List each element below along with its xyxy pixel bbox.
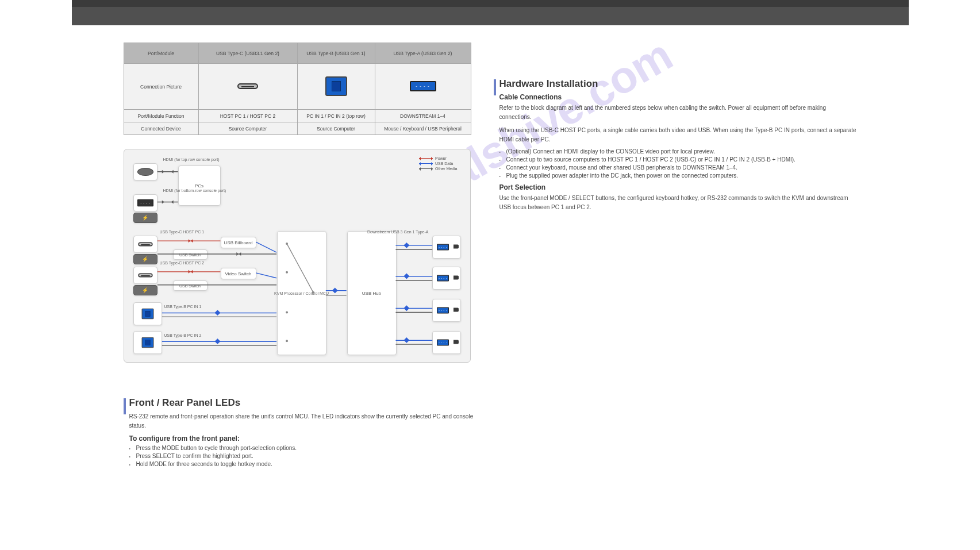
ds3 bbox=[432, 299, 461, 322]
legend: Power USB Data Other Media bbox=[419, 156, 458, 172]
cell-func-b: PC IN 1 / PC IN 2 (top row) bbox=[297, 110, 375, 122]
port-usba-blk bbox=[133, 194, 157, 211]
billboard-box: USB Billboard bbox=[221, 237, 256, 248]
svg-rect-13 bbox=[214, 339, 220, 344]
legend-data: USB Data bbox=[435, 161, 453, 166]
right-body: Refer to the block diagram at left and t… bbox=[499, 103, 857, 121]
cell-usbc-pic bbox=[198, 64, 297, 110]
ds2 bbox=[432, 267, 461, 290]
legend-power: Power bbox=[435, 156, 447, 160]
hdmi-top-label: HDMI (for top-row console port) bbox=[163, 157, 220, 161]
svg-rect-34 bbox=[403, 337, 409, 343]
port-plug3: ⚡ bbox=[133, 285, 157, 295]
cell-conn-a: Mouse / Keyboard / USB Peripheral bbox=[375, 122, 471, 135]
bullet-4: Plug the supplied power adapter into the… bbox=[506, 172, 857, 179]
right-body2: When using the USB-C HOST PC ports, a si… bbox=[499, 126, 857, 144]
ds4 bbox=[432, 331, 461, 354]
right-sub: Cable Connections bbox=[499, 93, 857, 101]
port-usbc1 bbox=[133, 236, 157, 253]
hdmi-bot-label: HDMI (for bottom-row console port) bbox=[163, 189, 226, 193]
left-body: RS-232 remote and front-panel operation … bbox=[129, 412, 478, 430]
usbb1-label: USB Type-B PC IN 1 bbox=[164, 305, 202, 309]
ds-label: Downstream USB 3 Gen 1 Type-A bbox=[367, 230, 428, 234]
step-3: Hold MODE for three seconds to toggle ho… bbox=[136, 461, 478, 467]
svg-rect-12 bbox=[214, 310, 220, 316]
th-usbb: USB Type-B (USB3 Gen 1) bbox=[297, 43, 375, 64]
usb-b-icon bbox=[141, 309, 153, 320]
right-bullets: (Optional) Connect an HDMI display to th… bbox=[499, 148, 857, 179]
svg-rect-22 bbox=[332, 287, 337, 293]
block-diagram: Power USB Data Other Media ⚡ ⚡ ⚡ bbox=[124, 149, 471, 363]
cell-func-a: DOWNSTREAM 1–4 bbox=[375, 110, 471, 122]
legend-other: Other Media bbox=[435, 167, 458, 171]
usb-c-icon bbox=[237, 83, 258, 89]
cell-conn-b: Source Computer bbox=[297, 122, 375, 135]
usb-b-icon bbox=[141, 337, 153, 348]
videosw-box: Video Switch bbox=[221, 268, 256, 279]
cell-usba-pic bbox=[375, 64, 471, 110]
port-usbb1 bbox=[133, 302, 162, 325]
port-plug1: ⚡ bbox=[133, 213, 157, 223]
usb-plug-icon bbox=[454, 244, 459, 248]
step-2: Press SELECT to confirm the highlighted … bbox=[136, 453, 478, 459]
spec-table: Port/Module USB Type-C (USB3.1 Gen 2) US… bbox=[124, 43, 471, 135]
row-picture-label: Connection Picture bbox=[124, 64, 198, 110]
bullet-3: Connect your keyboard, mouse and other s… bbox=[506, 164, 857, 171]
port-usbc2 bbox=[133, 267, 157, 284]
port-hdmi bbox=[133, 163, 157, 180]
usb-a-black-icon bbox=[137, 199, 153, 207]
svg-rect-33 bbox=[403, 305, 409, 311]
left-steps: Press the MODE button to cycle through p… bbox=[129, 445, 478, 467]
usbc2-label: USB Type-C HOST PC 2 bbox=[160, 261, 205, 265]
right-sub2: Port Selection bbox=[499, 183, 857, 191]
bullet-2: Connect up to two source computers to HO… bbox=[506, 156, 857, 163]
cell-conn-c: Source Computer bbox=[198, 122, 297, 135]
step-1: Press the MODE button to cycle through p… bbox=[136, 445, 478, 451]
hdmi-icon bbox=[137, 168, 153, 176]
usb-plug-icon bbox=[454, 340, 459, 344]
right-section: Hardware Installation Cable Connections … bbox=[494, 78, 857, 211]
svg-rect-32 bbox=[403, 274, 409, 279]
usb-a-icon bbox=[410, 81, 436, 91]
bullet-1: (Optional) Connect an HDMI display to th… bbox=[506, 148, 857, 155]
usb-c-icon bbox=[138, 274, 152, 278]
cell-func-c: HOST PC 1 / HOST PC 2 bbox=[198, 110, 297, 122]
row-func-label: Port/Module Function bbox=[124, 110, 198, 122]
port-plug2: ⚡ bbox=[133, 254, 157, 264]
port-usbb2 bbox=[133, 331, 162, 354]
th-port: Port/Module bbox=[124, 43, 198, 64]
hub-box: USB Hub bbox=[347, 231, 397, 355]
ds1 bbox=[432, 236, 461, 259]
left-title: Front / Rear Panel LEDs bbox=[129, 397, 478, 409]
svg-line-7 bbox=[256, 273, 276, 278]
usb-a-icon bbox=[437, 275, 449, 282]
usb-plug-icon bbox=[454, 307, 459, 311]
usb-c-icon bbox=[138, 243, 152, 247]
pcs-box: PCs bbox=[178, 166, 221, 206]
usbsw-2: USB Switch bbox=[173, 280, 207, 291]
kvm-box: KVM Processor / Control MCU bbox=[277, 231, 326, 355]
usbb2-label: USB Type-B PC IN 2 bbox=[164, 333, 202, 337]
usb-a-icon bbox=[437, 307, 449, 314]
left-section: Front / Rear Panel LEDs RS-232 remote an… bbox=[124, 397, 478, 467]
left-steps-title: To configure from the front panel: bbox=[129, 434, 478, 443]
row-conn-label: Connected Device bbox=[124, 122, 198, 135]
th-usbc: USB Type-C (USB3.1 Gen 2) bbox=[198, 43, 297, 64]
right-body3: Use the front-panel MODE / SELECT button… bbox=[499, 194, 857, 211]
usbsw-1: USB Switch bbox=[173, 249, 207, 260]
usb-a-icon bbox=[437, 244, 449, 251]
usb-a-icon bbox=[437, 340, 449, 346]
usb-b-icon bbox=[325, 76, 347, 96]
usb-plug-icon bbox=[454, 275, 459, 279]
kvm-label: KVM Processor / Control MCU bbox=[274, 291, 329, 295]
usbc1-label: USB Type-C HOST PC 1 bbox=[160, 230, 205, 234]
cell-usbb-pic bbox=[297, 64, 375, 110]
right-title: Hardware Installation bbox=[499, 78, 857, 90]
th-usba: USB Type-A (USB3 Gen 2) bbox=[375, 43, 471, 64]
svg-line-6 bbox=[256, 242, 276, 252]
svg-rect-31 bbox=[403, 243, 409, 248]
